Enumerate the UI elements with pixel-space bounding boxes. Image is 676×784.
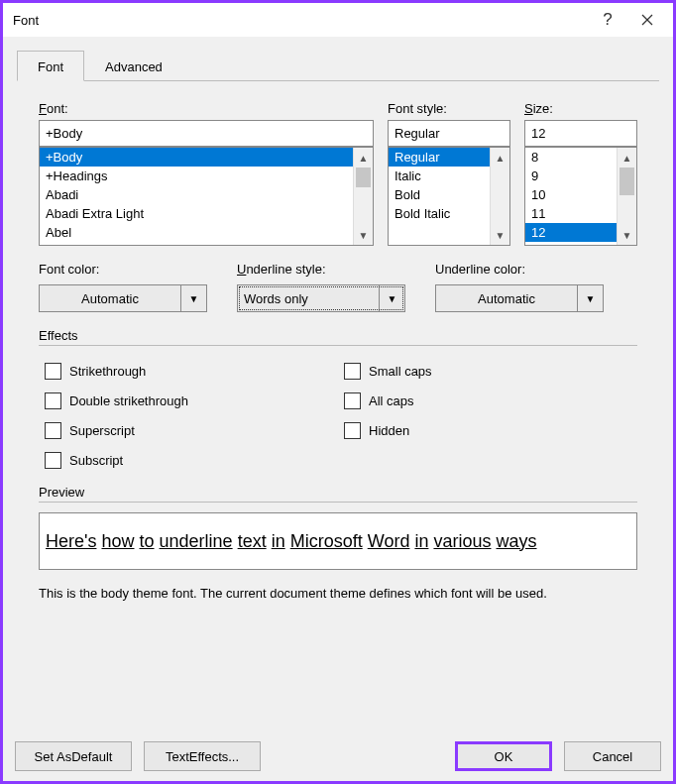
font-list-items: +Body +Headings Abadi Abadi Extra Light …	[40, 148, 353, 245]
list-item[interactable]: 12	[525, 223, 617, 242]
underline-color-combo[interactable]: Automatic ▼	[435, 284, 604, 312]
list-item[interactable]: 8	[525, 148, 617, 167]
scroll-up-icon[interactable]: ▲	[618, 148, 636, 168]
chevron-down-icon[interactable]: ▼	[181, 284, 207, 312]
list-item[interactable]: Regular	[389, 148, 490, 167]
scroll-up-icon[interactable]: ▲	[491, 148, 509, 168]
close-button[interactable]	[627, 5, 667, 35]
style-list-items: Regular Italic Bold Bold Italic	[389, 148, 490, 245]
font-color-combo[interactable]: Automatic ▼	[39, 284, 207, 312]
chevron-down-icon[interactable]: ▼	[380, 284, 405, 312]
list-item[interactable]: Bold	[389, 185, 490, 204]
scroll-thumb[interactable]	[356, 168, 371, 187]
text-effects-button[interactable]: Text Effects...	[144, 741, 261, 771]
checkbox-icon	[45, 363, 61, 380]
scroll-down-icon[interactable]: ▼	[618, 225, 636, 245]
checkbox-icon	[344, 392, 361, 409]
font-color-value: Automatic	[39, 284, 181, 312]
dialog-title: Font	[13, 13, 588, 28]
tab-font[interactable]: Font	[17, 51, 84, 81]
chevron-down-icon[interactable]: ▼	[578, 284, 604, 312]
row-2: Font color: Automatic ▼ Underline style:…	[39, 262, 637, 312]
underline-style-block: Underline style: Words only ▼	[237, 262, 405, 312]
scroll-down-icon[interactable]: ▼	[491, 225, 509, 245]
size-column: Size: 8 9 10 11 12 ▲	[524, 101, 637, 246]
list-item[interactable]: +Body	[40, 148, 353, 167]
font-color-block: Font color: Automatic ▼	[39, 262, 207, 312]
style-input[interactable]	[388, 120, 510, 147]
titlebar: Font ?	[3, 3, 673, 37]
size-scrollbar[interactable]: ▲ ▼	[617, 148, 636, 245]
style-column: Font style: Regular Italic Bold Bold Ita…	[388, 101, 510, 246]
effects-col-left: Strikethrough Double strikethrough Super…	[39, 356, 338, 475]
underline-color-label: Underline color:	[435, 262, 604, 277]
list-item[interactable]: +Headings	[40, 167, 353, 185]
effects-col-right: Small caps All caps Hidden	[338, 356, 637, 475]
scroll-up-icon[interactable]: ▲	[354, 148, 373, 168]
check-label: Subscript	[69, 453, 123, 468]
style-label: Font style:	[388, 101, 510, 116]
effects-group: Effects Strikethrough Double strikethrou…	[39, 328, 637, 475]
strikethrough-check[interactable]: Strikethrough	[39, 356, 338, 386]
underline-color-block: Underline color: Automatic ▼	[435, 262, 604, 312]
list-item[interactable]: Abel	[40, 223, 353, 242]
font-input[interactable]	[39, 120, 374, 147]
dialog-content: Font Advanced Font: +Body +Headings Abad…	[3, 37, 673, 781]
font-list[interactable]: +Body +Headings Abadi Abadi Extra Light …	[39, 147, 374, 246]
small-caps-check[interactable]: Small caps	[338, 356, 637, 386]
underline-style-label: Underline style:	[237, 262, 405, 277]
font-dialog: Font ? Font Advanced Font: +Body +Headin…	[0, 0, 676, 784]
subscript-check[interactable]: Subscript	[39, 445, 338, 475]
effects-grid: Strikethrough Double strikethrough Super…	[39, 356, 637, 475]
list-item[interactable]: Bold Italic	[389, 204, 490, 223]
underline-color-value: Automatic	[435, 284, 578, 312]
check-label: All caps	[369, 393, 414, 408]
check-label: Hidden	[369, 423, 409, 438]
size-input[interactable]	[524, 120, 637, 147]
hidden-check[interactable]: Hidden	[338, 415, 637, 445]
underline-style-combo[interactable]: Words only ▼	[237, 284, 405, 312]
font-scrollbar[interactable]: ▲ ▼	[353, 148, 373, 245]
preview-text: Here's how to underline text in Microsof…	[46, 531, 537, 552]
underline-style-value: Words only	[237, 284, 380, 312]
list-item[interactable]: 11	[525, 204, 617, 223]
help-button[interactable]: ?	[588, 5, 627, 35]
preview-box: Here's how to underline text in Microsof…	[39, 512, 637, 570]
preview-description: This is the body theme font. The current…	[39, 586, 637, 601]
divider	[39, 345, 637, 346]
check-label: Double strikethrough	[69, 393, 188, 408]
effects-label: Effects	[39, 328, 637, 343]
font-label: Font:	[39, 101, 374, 116]
scroll-thumb[interactable]	[620, 168, 634, 195]
button-bar: Set As Default Text Effects... OK Cancel	[3, 741, 673, 771]
check-label: Small caps	[369, 364, 432, 379]
scroll-track[interactable]	[491, 168, 509, 225]
checkbox-icon	[45, 452, 61, 469]
scroll-down-icon[interactable]: ▼	[354, 225, 373, 245]
cancel-button[interactable]: Cancel	[564, 741, 661, 771]
list-item[interactable]: 9	[525, 167, 617, 185]
all-caps-check[interactable]: All caps	[338, 386, 637, 415]
style-list[interactable]: Regular Italic Bold Bold Italic ▲ ▼	[388, 147, 510, 246]
list-item[interactable]: 10	[525, 185, 617, 204]
size-list[interactable]: 8 9 10 11 12 ▲ ▼	[524, 147, 637, 246]
style-scrollbar[interactable]: ▲ ▼	[490, 148, 509, 245]
check-label: Superscript	[69, 423, 135, 438]
double-strikethrough-check[interactable]: Double strikethrough	[39, 386, 338, 415]
set-default-button[interactable]: Set As Default	[15, 741, 132, 771]
divider	[39, 502, 637, 503]
tab-bar: Font Advanced	[17, 51, 659, 81]
top-row: Font: +Body +Headings Abadi Abadi Extra …	[39, 101, 637, 246]
tab-advanced[interactable]: Advanced	[84, 51, 183, 81]
size-list-items: 8 9 10 11 12	[525, 148, 617, 245]
scroll-track[interactable]	[618, 195, 636, 225]
font-panel: Font: +Body +Headings Abadi Abadi Extra …	[17, 81, 659, 601]
list-item[interactable]: Abadi Extra Light	[40, 204, 353, 223]
list-item[interactable]: Italic	[389, 167, 490, 185]
superscript-check[interactable]: Superscript	[39, 415, 338, 445]
ok-button[interactable]: OK	[455, 741, 552, 771]
list-item[interactable]: Abadi	[40, 185, 353, 204]
checkbox-icon	[344, 363, 361, 380]
scroll-track[interactable]	[354, 187, 373, 225]
size-label: Size:	[524, 101, 637, 116]
